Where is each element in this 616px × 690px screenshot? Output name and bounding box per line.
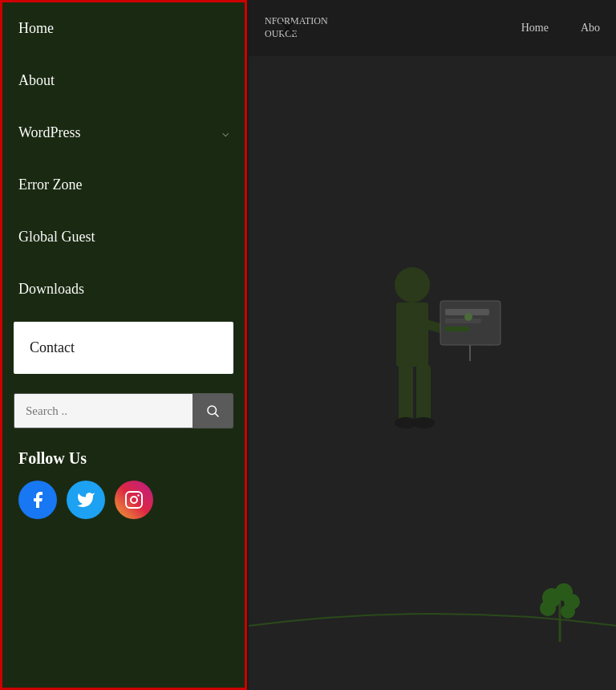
illustration-svg	[352, 245, 513, 501]
bg-header: NFORMATION OURCE Home Abo	[249, 0, 616, 56]
chevron-down-icon: ⌵	[222, 126, 229, 140]
instagram-button[interactable]	[115, 481, 153, 519]
svg-rect-9	[445, 319, 481, 323]
search-button[interactable]	[192, 394, 233, 428]
menu-item-downloads: Downloads	[2, 263, 245, 315]
nav-link-downloads[interactable]: Downloads	[2, 263, 245, 315]
close-button[interactable]: ✕	[273, 14, 302, 43]
facebook-icon	[28, 490, 47, 509]
svg-rect-10	[445, 327, 469, 331]
svg-point-23	[137, 494, 139, 496]
nav-link-wordpress[interactable]: WordPress ⌵	[2, 107, 245, 159]
svg-rect-1	[396, 302, 428, 367]
nav-link-global-guest[interactable]: Global Guest	[2, 211, 245, 263]
menu-item-global-guest: Global Guest	[2, 211, 245, 263]
nav-link-error-zone[interactable]: Error Zone	[2, 159, 245, 211]
sidebar-menu: Home About WordPress ⌵ Error Zone Global…	[0, 0, 247, 690]
menu-item-about: About	[2, 55, 245, 107]
search-section	[2, 380, 245, 436]
nav-link-home[interactable]: Home	[2, 2, 245, 55]
close-icon: ✕	[278, 18, 297, 40]
facebook-button[interactable]	[18, 481, 57, 519]
svg-point-22	[131, 497, 137, 503]
nav-menu-list: Home About WordPress ⌵ Error Zone Global…	[2, 2, 245, 380]
search-input[interactable]	[14, 394, 192, 428]
twitter-button[interactable]	[67, 481, 105, 519]
svg-point-19	[208, 406, 217, 415]
menu-item-wordpress: WordPress ⌵	[2, 107, 245, 159]
svg-rect-4	[416, 365, 431, 421]
nav-link-contact[interactable]: Contact	[14, 322, 233, 374]
bg-nav-home: Home	[521, 22, 549, 34]
bg-illustration	[249, 56, 616, 690]
bottom-curve-svg	[249, 602, 616, 634]
svg-rect-21	[126, 492, 142, 508]
bg-nav-about: Abo	[581, 22, 600, 34]
svg-point-6	[412, 417, 435, 428]
follow-section: Follow Us	[2, 436, 245, 527]
nav-link-about[interactable]: About	[2, 55, 245, 107]
svg-point-12	[464, 313, 472, 321]
instagram-icon	[124, 490, 144, 509]
menu-item-home: Home	[2, 2, 245, 55]
svg-point-0	[395, 267, 430, 302]
follow-us-title: Follow Us	[18, 449, 229, 468]
search-form	[14, 393, 233, 428]
search-icon	[205, 404, 220, 418]
twitter-icon	[76, 490, 95, 509]
social-icons-group	[18, 481, 229, 519]
svg-line-20	[215, 413, 218, 416]
menu-item-error-zone: Error Zone	[2, 159, 245, 211]
menu-item-contact: Contact	[2, 315, 245, 380]
svg-rect-3	[399, 365, 413, 421]
